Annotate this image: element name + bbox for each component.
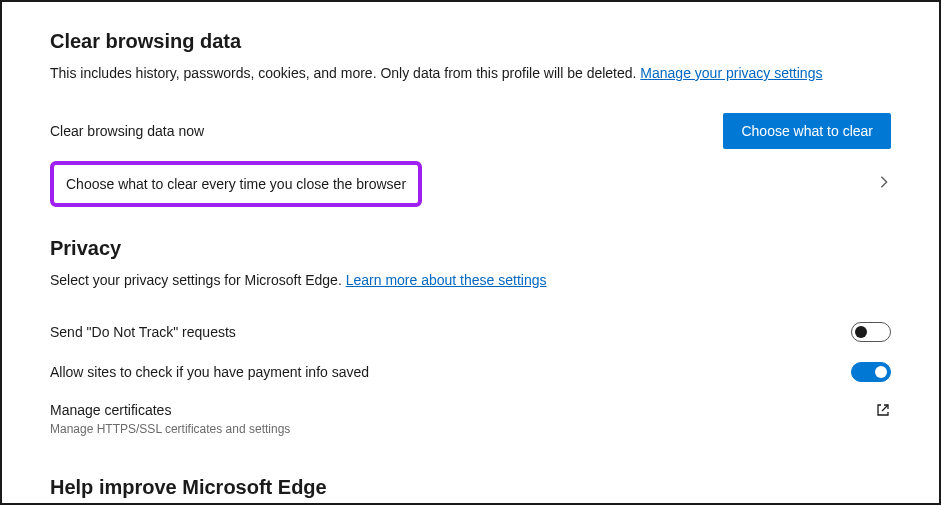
clear-now-row: Clear browsing data now Choose what to c… (50, 105, 891, 157)
do-not-track-toggle[interactable] (851, 322, 891, 342)
help-improve-section: Help improve Microsoft Edge (50, 476, 891, 499)
clear-on-close-highlight: Choose what to clear every time you clos… (50, 161, 422, 207)
clear-data-description: This includes history, passwords, cookie… (50, 65, 891, 81)
privacy-desc-text: Select your privacy settings for Microso… (50, 272, 346, 288)
manage-certificates-sublabel: Manage HTTPS/SSL certificates and settin… (50, 422, 290, 436)
do-not-track-row: Send "Do Not Track" requests (50, 312, 891, 352)
do-not-track-label: Send "Do Not Track" requests (50, 324, 236, 340)
clear-on-close-row[interactable]: Choose what to clear every time you clos… (50, 157, 891, 207)
clear-on-close-label: Choose what to clear every time you clos… (66, 176, 406, 192)
payment-info-label: Allow sites to check if you have payment… (50, 364, 369, 380)
clear-data-title: Clear browsing data (50, 30, 891, 53)
privacy-title: Privacy (50, 237, 891, 260)
manage-certificates-label: Manage certificates (50, 402, 290, 418)
manage-certificates-row[interactable]: Manage certificates Manage HTTPS/SSL cer… (50, 392, 891, 446)
privacy-section: Privacy Select your privacy settings for… (50, 237, 891, 446)
privacy-description: Select your privacy settings for Microso… (50, 272, 891, 288)
help-improve-title: Help improve Microsoft Edge (50, 476, 891, 499)
manage-privacy-settings-link[interactable]: Manage your privacy settings (640, 65, 822, 81)
clear-data-desc-text: This includes history, passwords, cookie… (50, 65, 640, 81)
payment-info-row: Allow sites to check if you have payment… (50, 352, 891, 392)
clear-now-label: Clear browsing data now (50, 123, 204, 139)
external-link-icon (875, 402, 891, 418)
clear-browsing-data-section: Clear browsing data This includes histor… (50, 30, 891, 207)
learn-more-link[interactable]: Learn more about these settings (346, 272, 547, 288)
chevron-right-icon (877, 175, 891, 189)
choose-what-to-clear-button[interactable]: Choose what to clear (723, 113, 891, 149)
payment-info-toggle[interactable] (851, 362, 891, 382)
